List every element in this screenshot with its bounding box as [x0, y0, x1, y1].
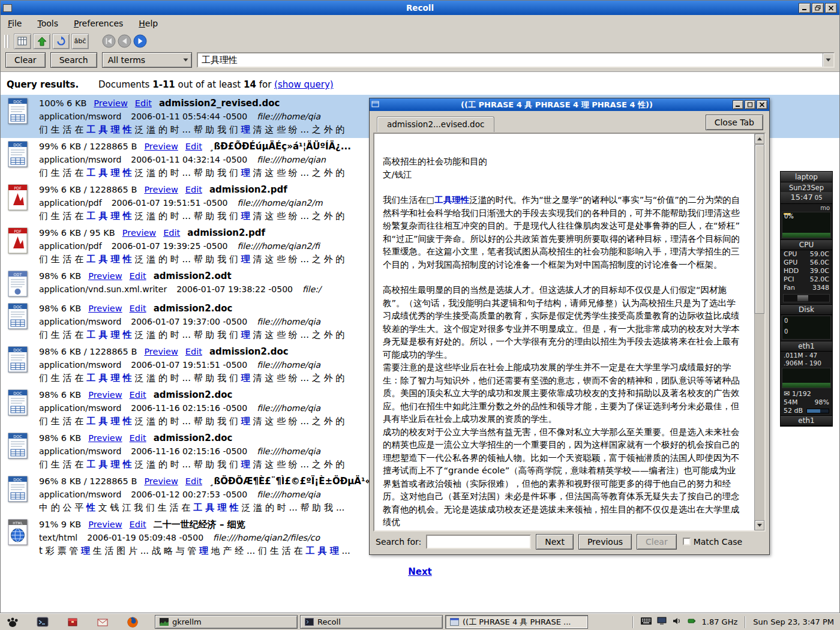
preview-link[interactable]: Preview: [144, 347, 178, 356]
menu-tools[interactable]: Tools: [37, 19, 58, 28]
gkrellm-slider[interactable]: [783, 294, 830, 302]
keyboard-indicator-icon[interactable]: [641, 617, 652, 626]
find-clear-button[interactable]: Clear: [637, 534, 677, 550]
slider-knob[interactable]: [797, 295, 808, 301]
gkrellm-hostname: laptop: [781, 172, 832, 182]
preview-link[interactable]: Preview: [88, 390, 122, 400]
query-input-combo[interactable]: [197, 52, 835, 68]
term-explorer-button[interactable]: âbĉ: [71, 34, 89, 49]
preview-close-button[interactable]: [757, 100, 767, 109]
snippet-text: t 彩 票 管: [39, 545, 81, 556]
toolbar-grip[interactable]: [4, 35, 9, 48]
edit-link[interactable]: Edit: [130, 520, 146, 529]
preview-text-area[interactable]: 高校招生的社会功能和目的文/钱江我们生活在□工具理性泛滥的时代。作为“世之显学”…: [373, 133, 766, 532]
window-menu-icon[interactable]: [3, 4, 12, 12]
search-query-input[interactable]: [198, 55, 823, 65]
edit-link[interactable]: Edit: [185, 476, 202, 486]
show-query-link[interactable]: (show query): [274, 79, 334, 90]
mail-launcher-icon[interactable]: [96, 616, 109, 629]
find-previous-button[interactable]: Previous: [578, 534, 632, 550]
preview-titlebar[interactable]: ((工 PHRASE 4 具 PHRASE 4 理 PHRASE 4 性)): [370, 98, 769, 111]
scrollbar-track[interactable]: [755, 144, 764, 520]
svg-text:PDF: PDF: [14, 186, 22, 191]
edit-link[interactable]: Edit: [135, 98, 152, 108]
preview-link[interactable]: Preview: [88, 520, 122, 529]
task-label: Recoll: [317, 617, 341, 626]
scroll-up-button[interactable]: [755, 134, 764, 144]
next-results-page-button[interactable]: [133, 34, 147, 48]
gkrellm-monitor[interactable]: laptop Sun23Sep 15:4705 mo 0% CPU CPU59.…: [780, 171, 833, 427]
scroll-down-button[interactable]: [755, 520, 764, 530]
find-input[interactable]: [426, 535, 531, 549]
query-history-arrow-icon[interactable]: [823, 53, 833, 67]
preview-link[interactable]: Preview: [144, 476, 178, 486]
maximize-button[interactable]: [812, 3, 824, 13]
edit-link[interactable]: Edit: [130, 271, 146, 281]
preview-link[interactable]: Preview: [144, 142, 178, 151]
firefox-launcher-icon[interactable]: [126, 616, 139, 629]
result-relevance-size: 96% 8 KB / 1228865 B: [39, 476, 137, 486]
taskbar-task-preview[interactable]: ((工 PHRASE 4 具 PHRASE ...: [445, 615, 588, 629]
snippet-highlight: 理: [241, 459, 250, 470]
preview-link[interactable]: Preview: [88, 304, 122, 313]
close-button[interactable]: [825, 3, 837, 13]
minimize-button[interactable]: [799, 3, 811, 13]
first-results-page-button[interactable]: [102, 34, 116, 48]
recoll-titlebar[interactable]: Recoll: [1, 1, 839, 15]
snippet-text: 泛 滥 的 时 ... 帮 助 我 们: [132, 124, 241, 135]
result-date: 2006-01-19 05:09:48 -0500: [87, 533, 203, 542]
paw-menu-icon[interactable]: [6, 616, 19, 629]
find-next-button[interactable]: Next: [536, 534, 574, 550]
result-relevance-size: 98% 6 KB: [39, 433, 81, 443]
result-title: admission2.pdf: [209, 184, 287, 195]
preview-scrollbar[interactable]: [754, 134, 764, 530]
volume-tray-icon[interactable]: [672, 617, 682, 627]
preview-link[interactable]: Preview: [94, 98, 127, 108]
result-mimetype: application/msword: [39, 112, 121, 121]
display-tray-icon[interactable]: [657, 617, 667, 627]
edit-link[interactable]: Edit: [130, 304, 146, 313]
preview-link[interactable]: Preview: [144, 185, 178, 194]
result-url: file:///home/qia: [257, 360, 320, 370]
terminal-launcher-icon[interactable]: [36, 616, 49, 629]
next-page-link[interactable]: Next: [408, 566, 432, 577]
edit-link[interactable]: Edit: [185, 142, 202, 151]
package-launcher-icon[interactable]: [66, 616, 79, 629]
search-mode-value: All terms: [108, 55, 145, 65]
preview-tab[interactable]: admission2...evised.doc: [377, 116, 494, 132]
match-case-checkbox[interactable]: [683, 538, 691, 545]
edit-link[interactable]: Edit: [130, 433, 146, 443]
preview-link[interactable]: Preview: [122, 228, 156, 238]
first-page-button[interactable]: [14, 34, 31, 49]
close-tab-button[interactable]: Close Tab: [706, 115, 763, 130]
menu-help[interactable]: Help: [139, 19, 158, 28]
taskbar-task-gkrellm[interactable]: gkrellm: [155, 615, 298, 629]
volume-value: 52 dB: [784, 407, 803, 415]
taskbar-task-recoll[interactable]: Recoll: [300, 615, 443, 629]
chevron-down-icon[interactable]: [181, 53, 191, 67]
preview-link[interactable]: Preview: [88, 271, 122, 281]
preview-text: 高校招生最明显的目的当然是选拔人才。但这选拔人才的目标却不仅仅是人们假定“因材施…: [383, 285, 740, 359]
preview-maximize-button[interactable]: [745, 100, 755, 109]
previous-results-page-button[interactable]: [118, 34, 131, 48]
search-button[interactable]: Search: [50, 52, 97, 68]
edit-link[interactable]: Edit: [185, 347, 202, 356]
clear-button[interactable]: Clear: [5, 52, 46, 68]
menu-preferences[interactable]: Preferences: [74, 19, 123, 28]
menu-file[interactable]: File: [8, 19, 22, 28]
edit-link[interactable]: Edit: [163, 228, 180, 238]
search-mode-select[interactable]: All terms: [102, 52, 192, 68]
scrollbar-thumb[interactable]: [755, 145, 764, 314]
refresh-button[interactable]: [52, 34, 70, 49]
edit-link[interactable]: Edit: [185, 185, 202, 194]
preview-tabbar: admission2...evised.doc Close Tab: [370, 111, 769, 130]
edit-link[interactable]: Edit: [130, 390, 146, 400]
power-tray-icon[interactable]: [687, 617, 697, 627]
preview-link[interactable]: Preview: [88, 433, 122, 443]
recoll-task-icon: [305, 618, 314, 626]
preview-minimize-button[interactable]: [733, 100, 743, 109]
sort-ascending-button[interactable]: [33, 34, 50, 49]
result-date: 2006-01-11 05:54:44 -0500: [131, 112, 247, 121]
volume-bar[interactable]: [806, 409, 829, 413]
result-date: 2006-01-07 19:39:25 -0500: [112, 241, 228, 251]
